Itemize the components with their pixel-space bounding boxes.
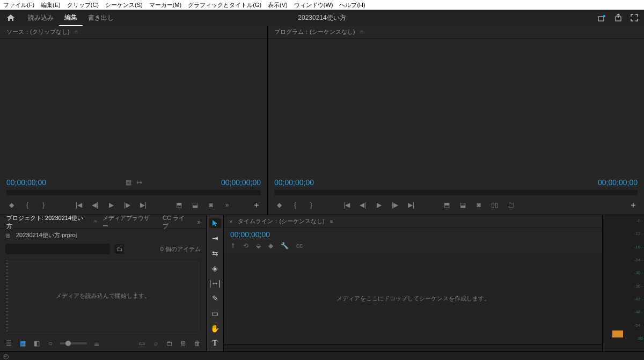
- insert-icon[interactable]: ⬒: [174, 200, 184, 210]
- project-drop-area[interactable]: メディアを読み込んで開始します。: [5, 260, 201, 332]
- goto-in-icon[interactable]: |◀: [342, 200, 352, 210]
- status-icon[interactable]: ◴: [3, 352, 9, 360]
- source-monitor-area: [0, 39, 267, 175]
- menu-marker[interactable]: マーカー(M): [149, 1, 182, 9]
- fit-icon[interactable]: ▦: [126, 179, 131, 186]
- extract-icon[interactable]: ⬓: [458, 200, 467, 210]
- step-fwd-icon[interactable]: |▶: [390, 200, 400, 210]
- ws-tab-export[interactable]: 書き出し: [83, 10, 119, 26]
- mark-out-icon[interactable]: }: [306, 200, 316, 210]
- project-tab-menu-icon[interactable]: ≡: [94, 219, 97, 225]
- ripple-edit-tool-icon[interactable]: ⇆: [209, 248, 221, 258]
- marker-add-icon[interactable]: ◆: [6, 200, 16, 210]
- menu-help[interactable]: ヘルプ(H): [339, 1, 365, 9]
- automate-icon[interactable]: ▭: [137, 339, 146, 348]
- timeline-tab[interactable]: タイムライン：(シーケンスなし): [235, 216, 327, 227]
- export-frame-icon[interactable]: ◙: [206, 200, 216, 210]
- type-tool-icon[interactable]: T: [209, 339, 221, 348]
- more-transport-icon[interactable]: »: [222, 200, 232, 210]
- slip-tool-icon[interactable]: |↔|: [209, 278, 221, 288]
- maximize-icon[interactable]: [630, 13, 639, 22]
- goto-out-icon[interactable]: ▶|: [406, 200, 416, 210]
- program-panel-tab[interactable]: プログラム：(シーケンスなし): [271, 26, 358, 38]
- button-editor-icon[interactable]: ＋: [629, 200, 638, 211]
- timeline-drop-area[interactable]: メディアをここにドロップしてシーケンスを作成します。: [224, 253, 602, 344]
- program-tc-in[interactable]: 00;00;00;00: [274, 178, 314, 187]
- timeline-menu-icon[interactable]: ≡: [330, 218, 333, 224]
- lift-icon[interactable]: ⬒: [442, 200, 451, 210]
- menu-view[interactable]: 表示(V): [268, 1, 288, 9]
- share-icon[interactable]: [614, 13, 623, 22]
- safe-margin-icon[interactable]: ▢: [506, 200, 516, 210]
- menu-graphics[interactable]: グラフィックとタイトル(G): [188, 1, 261, 9]
- timeline-timecode[interactable]: 00;00;00;00: [224, 228, 602, 241]
- mark-in-icon[interactable]: {: [290, 200, 300, 210]
- hand-tool-icon[interactable]: ✋: [209, 324, 221, 333]
- step-back-icon[interactable]: ◀|: [90, 200, 100, 210]
- snap-icon[interactable]: ⇑: [230, 242, 236, 249]
- captions-icon[interactable]: cc: [296, 242, 303, 249]
- icon-view-icon[interactable]: ▦: [18, 339, 27, 348]
- mark-in-icon[interactable]: {: [23, 200, 32, 210]
- timeline-close-icon[interactable]: ×: [227, 218, 235, 225]
- project-drop-hint: メディアを読み込んで開始します。: [56, 292, 150, 300]
- pen-tool-icon[interactable]: ✎: [209, 293, 221, 303]
- home-icon[interactable]: [5, 12, 16, 23]
- project-title: 20230214使い方: [298, 13, 346, 23]
- overwrite-icon[interactable]: ⬓: [190, 200, 200, 210]
- delete-icon[interactable]: 🗑: [193, 339, 202, 348]
- export-frame-icon[interactable]: ◙: [474, 200, 484, 210]
- tools-panel: ⇥ ⇆ ◈ |↔| ✎ ▭ ✋ T: [207, 215, 224, 351]
- new-bin-icon[interactable]: 🗀: [165, 339, 174, 348]
- goto-in-icon[interactable]: |◀: [74, 200, 84, 210]
- source-panel-menu-icon[interactable]: ≡: [75, 29, 78, 35]
- rectangle-tool-icon[interactable]: ▭: [209, 308, 221, 318]
- step-back-icon[interactable]: ◀|: [358, 200, 368, 210]
- freeform-view-icon[interactable]: ◧: [32, 339, 41, 348]
- source-scrubber[interactable]: [6, 190, 261, 195]
- ws-tab-edit[interactable]: 編集: [59, 10, 83, 26]
- razor-tool-icon[interactable]: ◈: [209, 263, 221, 273]
- settings-icon[interactable]: 🔧: [281, 242, 289, 249]
- play-icon[interactable]: ▶: [106, 200, 116, 210]
- menu-clip[interactable]: クリップ(C): [67, 1, 99, 9]
- menu-file[interactable]: ファイル(F): [3, 1, 34, 9]
- find-icon[interactable]: ⌕: [151, 339, 160, 348]
- play-icon[interactable]: ▶: [374, 200, 384, 210]
- filter-bin-icon[interactable]: 🗀: [114, 244, 124, 254]
- selection-tool-icon[interactable]: [209, 218, 221, 228]
- list-view-icon[interactable]: ☰: [4, 339, 13, 348]
- program-panel-menu-icon[interactable]: ≡: [360, 29, 363, 35]
- marker-icon[interactable]: ◆: [268, 242, 273, 249]
- source-panel-tab[interactable]: ソース：(クリップなし): [3, 26, 72, 38]
- program-scrubber[interactable]: [274, 190, 638, 195]
- new-item-icon[interactable]: 🗎: [179, 339, 188, 348]
- thumbnail-size-slider[interactable]: [60, 342, 87, 344]
- zoom-out-icon[interactable]: ○: [46, 339, 55, 348]
- compare-icon[interactable]: ▯▯: [490, 200, 500, 210]
- marker-add-icon[interactable]: ◆: [274, 200, 284, 210]
- sort-icon[interactable]: ≣: [92, 339, 101, 348]
- project-search-input[interactable]: [5, 244, 110, 254]
- menu-edit[interactable]: 編集(E): [41, 1, 61, 9]
- half-icon[interactable]: ↦: [137, 179, 142, 186]
- audio-meter-panel: -6 - -12 - -18 - -24 - -30 - -36 - -42 -…: [602, 215, 644, 351]
- source-monitor-panel: ソース：(クリップなし) ≡ 00;00;00;00 ▦ ↦ 00;00;00;…: [0, 26, 268, 215]
- project-panel: プロジェクト: 20230214使い方 ≡ メディアブラウザー CC ライブ »…: [0, 215, 207, 351]
- track-select-tool-icon[interactable]: ⇥: [209, 233, 221, 243]
- tab-overflow-icon[interactable]: »: [195, 218, 203, 226]
- linked-selection-icon[interactable]: ⟲: [243, 242, 248, 249]
- step-fwd-icon[interactable]: |▶: [122, 200, 132, 210]
- menu-window[interactable]: ウィンドウ(W): [294, 1, 333, 9]
- program-monitor-panel: プログラム：(シーケンスなし) ≡ 00;00;00;00 00;00;00;0…: [268, 26, 644, 215]
- add-marker-icon[interactable]: ⬙: [256, 242, 261, 249]
- ws-tab-import[interactable]: 読み込み: [23, 10, 59, 26]
- mark-out-icon[interactable]: }: [39, 200, 48, 210]
- menu-sequence[interactable]: シーケンス(S): [105, 1, 143, 9]
- quick-export-icon[interactable]: [598, 13, 606, 22]
- button-editor-icon[interactable]: ＋: [252, 200, 261, 211]
- goto-out-icon[interactable]: ▶|: [138, 200, 148, 210]
- timeline-scrollbar[interactable]: [224, 344, 602, 351]
- filmstrip-icon: [6, 260, 8, 332]
- source-tc-in[interactable]: 00;00;00;00: [6, 178, 46, 187]
